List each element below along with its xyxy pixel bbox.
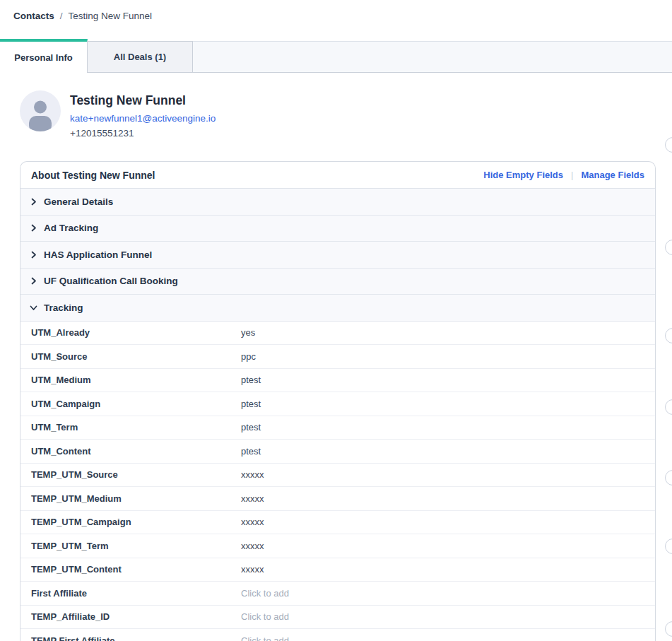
section-row[interactable]: Tracking: [20, 295, 655, 322]
field-label: UTM_Term: [31, 422, 241, 433]
section-label: General Details: [44, 196, 113, 207]
field-label: TEMP_Affiliate_ID: [31, 611, 241, 622]
field-value[interactable]: Click to add: [241, 635, 289, 641]
section-row[interactable]: UF Qualification Call Booking: [20, 269, 655, 295]
field-value[interactable]: ptest: [241, 399, 261, 409]
manage-fields-link[interactable]: Manage Fields: [581, 170, 644, 180]
field-label: UTM_Already: [31, 327, 241, 338]
partial-circle: [665, 621, 672, 637]
partial-circle: [665, 539, 672, 554]
contact-avatar[interactable]: [20, 90, 61, 131]
field-label: UTM_Medium: [31, 375, 241, 385]
field-label: TEMP_UTM_Campaign: [31, 517, 241, 527]
about-card: About Testing New Funnel Hide Empty Fiel…: [20, 161, 656, 641]
breadcrumb-current: Testing New Funnel: [69, 11, 153, 21]
field-row: TEMP_UTM_Source xxxxx: [20, 464, 655, 488]
chevron-right-icon: [30, 277, 37, 285]
field-row: TEMP First Affiliate Click to add: [20, 629, 655, 641]
chevron-right-icon: [30, 224, 37, 232]
field-label: First Affiliate: [31, 588, 241, 599]
tab-all-deals[interactable]: All Deals (1): [88, 41, 193, 73]
about-card-title: About Testing New Funnel: [31, 170, 155, 181]
breadcrumb: Contacts / Testing New Funnel: [13, 11, 152, 21]
partial-circle: [665, 137, 672, 153]
section-label: HAS Application Funnel: [44, 249, 152, 260]
field-label: UTM_Content: [31, 446, 241, 457]
section-row[interactable]: General Details: [20, 189, 655, 216]
contact-name: Testing New Funnel: [70, 93, 186, 108]
hide-empty-fields-link[interactable]: Hide Empty Fields: [483, 170, 563, 180]
field-value[interactable]: xxxxx: [241, 541, 264, 551]
partial-circle: [665, 399, 672, 415]
section-label: UF Qualification Call Booking: [44, 276, 178, 286]
chevron-right-icon: [30, 198, 37, 206]
field-row: UTM_Medium ptest: [20, 369, 655, 393]
actions-divider: |: [571, 170, 573, 180]
partial-circle: [665, 328, 672, 343]
field-label: TEMP First Affiliate: [31, 635, 241, 641]
field-row: UTM_Content ptest: [20, 440, 655, 464]
field-row: First Affiliate Click to add: [20, 582, 655, 606]
breadcrumb-contacts-link[interactable]: Contacts: [13, 11, 54, 21]
field-value[interactable]: yes: [241, 327, 255, 338]
field-value[interactable]: xxxxx: [241, 469, 264, 480]
field-value[interactable]: ptest: [241, 446, 261, 457]
section-label: Tracking: [44, 302, 83, 313]
field-label: TEMP_UTM_Term: [31, 541, 241, 551]
tab-strip-filler: [193, 41, 672, 73]
tab-personal-info-label: Personal Info: [14, 52, 72, 63]
contact-email-link[interactable]: kate+newfunnel1@activeengine.io: [70, 113, 216, 124]
field-value[interactable]: ppc: [241, 351, 256, 362]
chevron-right-icon: [30, 304, 37, 312]
field-value[interactable]: ptest: [241, 422, 261, 433]
tab-strip: Personal Info All Deals (1): [0, 39, 672, 73]
person-icon: [20, 90, 61, 131]
field-value[interactable]: xxxxx: [241, 564, 264, 575]
field-row: TEMP_Affiliate_ID Click to add: [20, 606, 655, 630]
field-row: UTM_Campaign ptest: [20, 392, 655, 416]
contact-phone: +12015551231: [70, 128, 134, 139]
field-row: TEMP_UTM_Term xxxxx: [20, 534, 655, 558]
field-value[interactable]: ptest: [241, 375, 261, 385]
about-card-actions: Hide Empty Fields | Manage Fields: [483, 170, 644, 180]
tab-all-deals-label: All Deals (1): [114, 52, 166, 62]
chevron-right-icon: [30, 251, 37, 259]
section-row[interactable]: HAS Application Funnel: [20, 242, 655, 269]
field-label: UTM_Campaign: [31, 399, 241, 409]
about-card-header: About Testing New Funnel Hide Empty Fiel…: [20, 162, 655, 189]
field-label: TEMP_UTM_Source: [31, 469, 241, 480]
field-value[interactable]: xxxxx: [241, 517, 264, 527]
field-row: UTM_Term ptest: [20, 416, 655, 440]
field-label: TEMP_UTM_Medium: [31, 493, 241, 504]
field-row: TEMP_UTM_Campaign xxxxx: [20, 511, 655, 535]
field-row: UTM_Source ppc: [20, 345, 655, 369]
partial-circle: [665, 240, 672, 255]
section-list: General Details Ad Tracking HAS Applicat: [20, 189, 655, 322]
section-row[interactable]: Ad Tracking: [20, 216, 655, 242]
field-value[interactable]: xxxxx: [241, 493, 264, 504]
field-label: TEMP_UTM_Content: [31, 564, 241, 575]
partial-circle: [665, 470, 672, 486]
field-row: TEMP_UTM_Medium xxxxx: [20, 487, 655, 511]
breadcrumb-separator: /: [60, 11, 63, 21]
field-list: UTM_Already yes UTM_Source ppc UTM_Mediu…: [20, 322, 655, 641]
field-value[interactable]: Click to add: [241, 611, 289, 622]
field-label: UTM_Source: [31, 351, 241, 362]
section-label: Ad Tracking: [44, 223, 98, 233]
field-row: TEMP_UTM_Content xxxxx: [20, 558, 655, 582]
field-row: UTM_Already yes: [20, 322, 655, 346]
tab-personal-info[interactable]: Personal Info: [0, 39, 88, 73]
field-value[interactable]: Click to add: [241, 588, 289, 599]
